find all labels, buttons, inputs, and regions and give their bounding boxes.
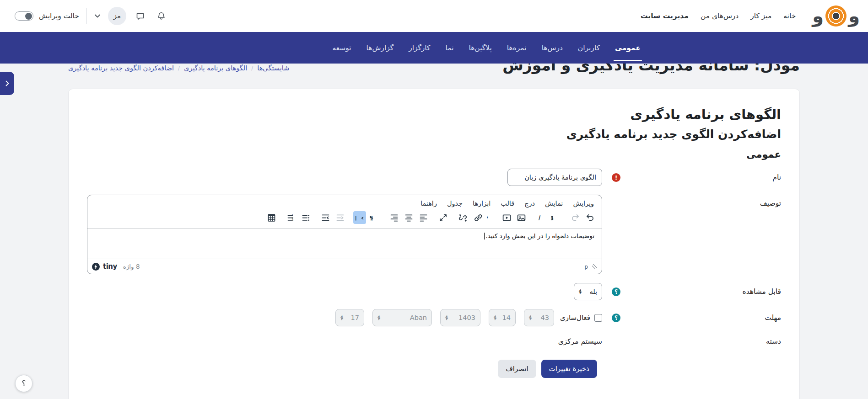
tiny-brand-label[interactable]: tiny — [103, 262, 117, 271]
form-card: الگوهای برنامه یادگیری اضافه‌کردن الگوی … — [68, 89, 800, 399]
category-label: دسته — [630, 337, 781, 346]
editor-menu-item[interactable]: درج — [520, 198, 539, 209]
minute-select-value: 43 — [541, 314, 549, 321]
visible-select[interactable]: بله ▲▼ — [574, 283, 602, 300]
image-icon[interactable] — [515, 211, 528, 224]
bullist-icon[interactable] — [299, 211, 312, 224]
breadcrumb-link[interactable]: اضافه‌کردن الگوی جدید برنامه یادگیری — [68, 64, 174, 72]
h5p-icon[interactable] — [485, 211, 498, 224]
select-arrows-icon: ▲▼ — [377, 315, 380, 320]
user-menu-chevron-down-icon[interactable] — [94, 14, 101, 18]
editor-toolbar — [87, 209, 602, 229]
fullscreen-icon[interactable] — [437, 211, 449, 224]
align-center-icon[interactable] — [402, 211, 415, 224]
select-arrows-icon: ▲▼ — [340, 315, 343, 320]
name-row: نام ! — [87, 169, 781, 186]
bold-icon[interactable] — [549, 211, 562, 224]
editor-content[interactable]: توضیحات دلخواه را در این بخش وارد کنید. — [87, 229, 602, 259]
logo-ring-icon — [825, 5, 846, 27]
editor-menu-item[interactable]: نمایش — [541, 198, 567, 209]
table-icon[interactable] — [265, 211, 278, 224]
tiny-logo-icon[interactable] — [92, 263, 100, 271]
topbar-link[interactable]: خانه — [783, 10, 796, 22]
divider — [86, 8, 87, 24]
navbar-tab[interactable]: درس‌ها — [542, 32, 563, 64]
visible-label: قابل مشاهده — [630, 287, 781, 296]
topbar-link[interactable]: درس‌های من — [701, 10, 739, 22]
breadcrumb-link[interactable]: الگوهای برنامه یادگیری — [184, 64, 247, 72]
element-path[interactable]: p — [584, 263, 588, 270]
help-icon[interactable]: ؟ — [612, 287, 620, 296]
breadcrumb: شایستگی‌ها/الگوهای برنامه یادگیری/اضافه‌… — [68, 64, 289, 72]
align-left-icon[interactable] — [417, 211, 430, 224]
notifications-bell-icon[interactable] — [155, 9, 168, 23]
navbar-tab[interactable]: کارگزار — [409, 32, 430, 64]
topbar-link[interactable]: مدیریت سایت — [641, 10, 689, 22]
description-label: توصیف — [630, 195, 781, 207]
editor-menu-item[interactable]: قالب — [496, 198, 518, 209]
redo-icon[interactable] — [569, 211, 582, 224]
actions-row: ذخیرهٔ تغییرات انصراف — [87, 360, 781, 378]
rtl-icon[interactable] — [353, 211, 366, 224]
word-count: 8 واژه — [123, 263, 140, 270]
cancel-button[interactable]: انصراف — [498, 360, 536, 378]
text-caret — [484, 233, 485, 239]
select-arrows-icon: ▲▼ — [529, 315, 531, 320]
name-label: نام — [630, 173, 781, 181]
navbar-tab[interactable]: کاربران — [578, 32, 600, 64]
numlist-icon[interactable] — [285, 211, 297, 224]
select-arrows-icon: ▲▼ — [494, 315, 496, 320]
edit-mode-toggle[interactable] — [15, 11, 33, 21]
duedate-enable-checkbox[interactable] — [594, 314, 602, 322]
help-icon[interactable]: ؟ — [612, 314, 620, 322]
navbar-tab[interactable]: توسعه — [332, 32, 351, 64]
topbar-link[interactable]: میز کار — [750, 10, 771, 22]
toggle-knob — [25, 13, 32, 20]
visible-select-value: بله — [589, 288, 597, 295]
hour-select[interactable]: 14▲▼ — [489, 309, 516, 326]
editor-menu-item[interactable]: ویرایش — [569, 198, 598, 209]
admin-navbar: عمومیکاربراندرس‌هانمره‌هاپلاگین‌هانماکار… — [0, 32, 868, 64]
navbar-tab[interactable]: عمومی — [615, 32, 641, 64]
user-avatar[interactable]: مز — [108, 7, 126, 25]
navbar-tab[interactable]: گزارش‌ها — [367, 32, 394, 64]
breadcrumb-link[interactable]: شایستگی‌ها — [257, 64, 289, 72]
help-fab-button[interactable]: ؟ — [15, 375, 32, 392]
undo-icon[interactable] — [583, 211, 596, 224]
year-select[interactable]: 1403▲▼ — [440, 309, 480, 326]
duedate-selects: 43▲▼14▲▼1403▲▼Aban▲▼17▲▼ — [335, 309, 554, 326]
unlink-icon[interactable] — [456, 211, 469, 224]
editor-resize-handle[interactable] — [592, 264, 597, 269]
minute-select[interactable]: 43▲▼ — [524, 309, 554, 326]
ltr-icon[interactable] — [368, 211, 381, 224]
breadcrumb-separator: / — [251, 65, 253, 71]
indent-icon[interactable] — [334, 211, 346, 224]
save-button[interactable]: ذخیرهٔ تغییرات — [541, 360, 597, 378]
navbar-tab[interactable]: نما — [445, 32, 453, 64]
year-select-value: 1403 — [458, 314, 475, 321]
navbar-tab[interactable]: پلاگین‌ها — [469, 32, 491, 64]
description-row: توصیف ویرایشنمایشدرجقالبابزارهاجدولراهنم… — [87, 195, 781, 274]
section-heading: الگوهای برنامه یادگیری — [87, 106, 781, 122]
month-select-value: Aban — [410, 314, 427, 321]
outdent-icon[interactable] — [319, 211, 332, 224]
navbar-tab[interactable]: نمره‌ها — [507, 32, 527, 64]
messages-chat-icon[interactable] — [134, 9, 147, 23]
month-select[interactable]: Aban▲▼ — [372, 309, 432, 326]
drawer-open-chevron-icon[interactable] — [0, 72, 14, 95]
topbar-nav: خانهمیز کاردرس‌های منمدیریت سایت — [641, 10, 796, 22]
editor-menu-item[interactable]: جدول — [443, 198, 467, 209]
tiny-editor: ویرایشنمایشدرجقالبابزارهاجدولراهنما توضی… — [87, 195, 602, 274]
duedate-enable-label: فعال‌سازی — [560, 314, 590, 322]
link-icon[interactable] — [471, 211, 484, 224]
day-select[interactable]: 17▲▼ — [335, 309, 364, 326]
editor-menubar: ویرایشنمایشدرجقالبابزارهاجدولراهنما — [87, 195, 602, 209]
editor-menu-item[interactable]: ابزارها — [469, 198, 495, 209]
editor-menu-item[interactable]: راهنما — [416, 198, 441, 209]
media-icon[interactable] — [500, 211, 513, 224]
site-logo[interactable]: و وبو و — [812, 5, 860, 27]
align-right-icon[interactable] — [388, 211, 400, 224]
italic-icon[interactable] — [534, 211, 547, 224]
name-input[interactable] — [507, 169, 602, 186]
duedate-label: مهلت — [630, 314, 781, 322]
